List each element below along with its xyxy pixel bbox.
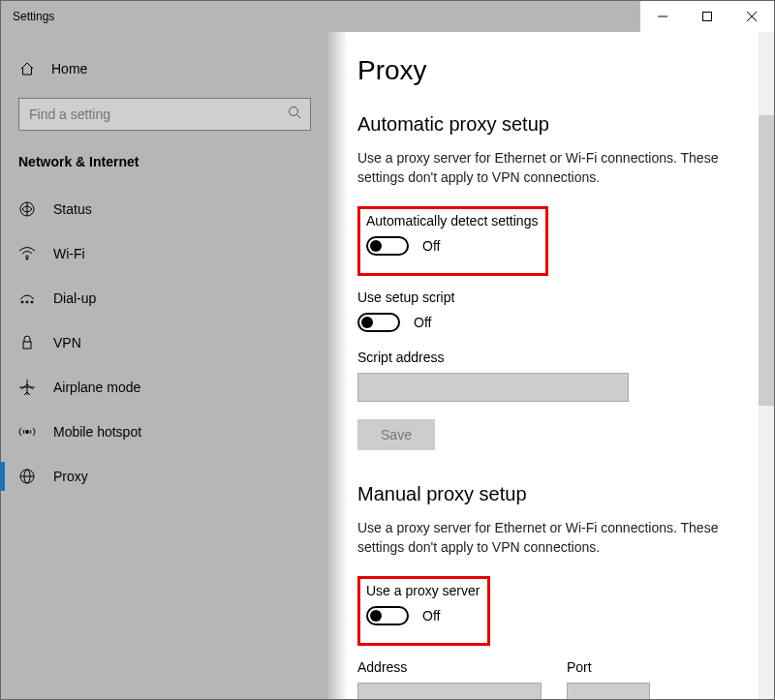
use-proxy-label: Use a proxy server	[366, 583, 480, 598]
maximize-button[interactable]	[685, 1, 729, 32]
svg-point-7	[26, 258, 28, 259]
auto-section-desc: Use a proxy server for Ethernet or Wi-Fi…	[357, 149, 745, 187]
port-label: Port	[567, 659, 650, 675]
sidebar: Home Network & Internet Status Wi-Fi	[1, 32, 328, 699]
svg-point-8	[21, 301, 23, 303]
highlight-auto-detect: Automatically detect settings Off	[357, 206, 548, 276]
auto-detect-state: Off	[422, 238, 440, 254]
address-input[interactable]	[357, 683, 542, 699]
sidebar-item-label: Status	[53, 201, 92, 217]
svg-rect-1	[703, 13, 712, 21]
sidebar-item-label: Airplane mode	[53, 380, 140, 395]
status-icon	[18, 200, 36, 218]
sidebar-item-label: Proxy	[53, 469, 88, 484]
sidebar-item-wifi[interactable]: Wi-Fi	[1, 231, 328, 276]
auto-detect-label: Automatically detect settings	[366, 213, 538, 228]
proxy-icon	[18, 468, 36, 485]
dialup-icon	[18, 291, 36, 305]
sidebar-item-vpn[interactable]: VPN	[1, 320, 328, 365]
home-label: Home	[51, 61, 87, 76]
search-icon	[288, 106, 301, 123]
svg-rect-11	[23, 342, 31, 349]
category-title: Network & Internet	[1, 148, 328, 187]
auto-detect-toggle[interactable]	[366, 236, 409, 256]
use-proxy-state: Off	[422, 608, 440, 624]
sidebar-item-airplane[interactable]: Airplane mode	[1, 365, 328, 410]
setup-script-toggle[interactable]	[357, 313, 400, 332]
manual-section-desc: Use a proxy server for Ethernet or Wi-Fi…	[357, 519, 745, 557]
content-pane: Proxy Automatic proxy setup Use a proxy …	[328, 32, 774, 699]
use-proxy-toggle[interactable]	[366, 606, 409, 625]
svg-point-12	[26, 431, 29, 434]
sidebar-item-label: VPN	[53, 335, 81, 350]
setup-script-label: Use setup script	[357, 289, 774, 305]
window-title: Settings	[1, 10, 54, 23]
manual-section-title: Manual proxy setup	[357, 483, 774, 505]
script-address-label: Script address	[357, 350, 774, 365]
wifi-icon	[18, 247, 36, 260]
scrollbar-thumb[interactable]	[759, 115, 774, 406]
sidebar-item-hotspot[interactable]: Mobile hotspot	[1, 410, 328, 454]
highlight-use-proxy: Use a proxy server Off	[357, 576, 490, 646]
titlebar: Settings	[1, 1, 774, 32]
port-input[interactable]	[567, 683, 650, 699]
sidebar-item-label: Mobile hotspot	[53, 424, 141, 440]
page-title: Proxy	[357, 55, 774, 86]
close-button[interactable]	[729, 1, 774, 32]
airplane-icon	[18, 379, 36, 396]
sidebar-item-status[interactable]: Status	[1, 187, 328, 231]
sidebar-item-proxy[interactable]: Proxy	[1, 454, 328, 499]
sidebar-item-label: Wi-Fi	[53, 246, 85, 261]
svg-line-5	[297, 115, 301, 119]
address-label: Address	[357, 659, 542, 675]
svg-point-9	[26, 301, 28, 303]
home-icon	[18, 61, 36, 76]
window-controls	[640, 1, 774, 32]
home-nav[interactable]: Home	[1, 49, 328, 88]
save-button[interactable]: Save	[357, 419, 435, 450]
sidebar-item-label: Dial-up	[53, 290, 96, 306]
sidebar-item-dialup[interactable]: Dial-up	[1, 276, 328, 320]
search-input[interactable]	[18, 98, 311, 131]
scrollbar[interactable]	[759, 32, 774, 699]
svg-point-10	[31, 301, 33, 303]
script-address-input[interactable]	[357, 373, 629, 402]
hotspot-icon	[18, 424, 36, 440]
svg-point-4	[290, 107, 298, 116]
minimize-button[interactable]	[640, 1, 685, 32]
vpn-icon	[18, 335, 36, 350]
auto-section-title: Automatic proxy setup	[357, 113, 774, 136]
setup-script-state: Off	[414, 315, 431, 330]
